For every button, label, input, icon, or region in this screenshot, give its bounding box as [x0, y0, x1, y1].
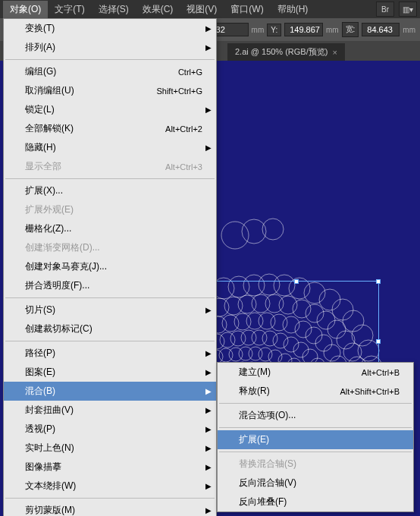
svg-point-2: [262, 219, 284, 240]
menu-item-label: 创建渐变网格(D)...: [25, 241, 100, 254]
svg-point-0: [221, 222, 249, 249]
object-menu-item-29[interactable]: 剪切蒙版(M)▶: [4, 501, 216, 516]
chevron-right-icon: ▶: [205, 506, 212, 514]
object-menu-item-0[interactable]: 变换(T)▶: [4, 19, 216, 38]
handle-mr[interactable]: [376, 339, 381, 344]
w-label: 宽:: [342, 22, 359, 37]
w-unit: mm: [403, 26, 415, 34]
object-menu-item-22[interactable]: 混合(B)▶: [4, 382, 216, 401]
handle-tc[interactable]: [294, 279, 299, 284]
menu-item-label: 隐藏(H): [25, 141, 56, 154]
menu-separator: [219, 452, 412, 452]
object-menu-item-4[interactable]: 取消编组(U)Shift+Ctrl+G: [4, 81, 216, 100]
blend-submenu-item-7: 替换混合轴(S): [218, 455, 413, 474]
menu-item-label: 文本绕排(W): [25, 480, 76, 492]
menu-help[interactable]: 帮助(H): [271, 1, 315, 18]
object-menu-item-17[interactable]: 切片(S)▶: [4, 300, 216, 319]
object-menu-item-21[interactable]: 图案(E)▶: [4, 363, 216, 382]
menu-item-label: 变换(T): [25, 22, 55, 35]
layout-button[interactable]: ▥▾: [399, 2, 417, 17]
menu-window[interactable]: 窗口(W): [224, 1, 270, 18]
menu-item-label: 剪切蒙版(M): [25, 504, 75, 516]
object-menu-item-6[interactable]: 全部解锁(K)Alt+Ctrl+2: [4, 119, 216, 138]
object-menu-item-24[interactable]: 透视(P)▶: [4, 420, 216, 439]
menu-item-label: 图案(E): [25, 366, 55, 379]
menu-select[interactable]: 选择(S): [92, 1, 136, 18]
tab-label: 2.ai @ 150% (RGB/预览): [235, 46, 328, 58]
menu-shortcut: Alt+Ctrl+3: [165, 162, 202, 171]
object-menu-item-14[interactable]: 创建对象马赛克(J)...: [4, 257, 216, 276]
menu-item-label: 全部解锁(K): [25, 122, 74, 135]
menu-item-label: 替换混合轴(S): [239, 458, 296, 470]
object-menu-item-1[interactable]: 排列(A)▶: [4, 38, 216, 57]
menu-separator: [219, 403, 412, 404]
menu-text[interactable]: 文字(T): [48, 1, 91, 18]
blend-submenu-item-1[interactable]: 释放(R)Alt+Shift+Ctrl+B: [218, 382, 413, 401]
menu-item-label: 路径(P): [25, 347, 55, 360]
tab-active[interactable]: 2.ai @ 150% (RGB/预览) ×: [227, 43, 345, 61]
object-menu-item-15[interactable]: 拼合透明度(F)...: [4, 276, 216, 295]
menu-item-label: 实时上色(N): [25, 442, 74, 455]
menu-item-label: 图像描摹: [25, 461, 61, 474]
blend-submenu-item-5[interactable]: 扩展(E): [218, 430, 413, 449]
menu-shortcut: Alt+Shift+Ctrl+B: [340, 387, 400, 396]
blend-submenu-item-0[interactable]: 建立(M)Alt+Ctrl+B: [218, 363, 413, 382]
chevron-right-icon: ▶: [205, 105, 212, 114]
handle-tr[interactable]: [376, 279, 381, 284]
object-menu-item-18[interactable]: 创建裁切标记(C): [4, 319, 216, 338]
menu-effect[interactable]: 效果(C): [136, 1, 180, 18]
close-icon[interactable]: ×: [332, 48, 337, 57]
chevron-right-icon: ▶: [205, 444, 212, 452]
menu-item-label: 切片(S): [25, 304, 55, 316]
menu-separator: [5, 341, 215, 341]
menu-object[interactable]: 对象(O): [3, 1, 48, 18]
menu-item-label: 混合选项(O)...: [239, 409, 296, 422]
chevron-right-icon: ▶: [205, 368, 212, 376]
menu-shortcut: Shift+Ctrl+G: [156, 87, 202, 96]
chevron-right-icon: ▶: [205, 463, 212, 471]
menu-item-label: 取消编组(U): [25, 84, 74, 97]
bridge-button[interactable]: Br: [376, 2, 394, 17]
object-menu-item-25[interactable]: 实时上色(N)▶: [4, 439, 216, 458]
menu-item-label: 创建裁切标记(C): [25, 322, 92, 335]
menu-item-label: 建立(M): [239, 366, 271, 379]
menu-view[interactable]: 视图(V): [180, 1, 224, 18]
object-menu-item-23[interactable]: 封套扭曲(V)▶: [4, 401, 216, 420]
blend-submenu-item-8[interactable]: 反向混合轴(V): [218, 474, 413, 492]
menu-item-label: 扩展(E): [239, 433, 269, 446]
object-menu-item-27[interactable]: 文本绕排(W)▶: [4, 477, 216, 496]
menu-shortcut: Alt+Ctrl+2: [165, 124, 202, 134]
x-unit: mm: [252, 26, 265, 34]
object-menu-item-20[interactable]: 路径(P)▶: [4, 344, 216, 363]
w-value[interactable]: 84.643: [362, 23, 400, 36]
menu-item-label: 编组(G): [25, 65, 56, 78]
blend-submenu-item-9[interactable]: 反向堆叠(F): [218, 492, 413, 511]
object-menu-item-10[interactable]: 扩展(X)...: [4, 181, 216, 200]
menu-item-label: 混合(B): [25, 385, 55, 398]
object-menu-item-3[interactable]: 编组(G)Ctrl+G: [4, 62, 216, 81]
object-menu-item-12[interactable]: 栅格化(Z)...: [4, 219, 216, 238]
y-unit: mm: [326, 26, 339, 34]
chevron-right-icon: ▶: [205, 482, 212, 490]
blend-submenu-item-3[interactable]: 混合选项(O)...: [218, 406, 413, 425]
chevron-right-icon: ▶: [205, 306, 212, 314]
object-menu-item-26[interactable]: 图像描摹▶: [4, 458, 216, 477]
object-menu-item-5[interactable]: 锁定(L)▶: [4, 100, 216, 119]
menu-item-label: 锁定(L): [25, 103, 55, 116]
menubar: 对象(O) 文字(T) 选择(S) 效果(C) 视图(V) 窗口(W) 帮助(H…: [0, 0, 420, 18]
blend-submenu: 建立(M)Alt+Ctrl+B释放(R)Alt+Shift+Ctrl+B混合选项…: [217, 362, 414, 512]
menu-item-label: 反向混合轴(V): [239, 477, 296, 489]
object-menu-item-8: 显示全部Alt+Ctrl+3: [4, 157, 216, 176]
menu-separator: [5, 498, 215, 499]
menu-item-label: 扩展(X)...: [25, 184, 63, 197]
menu-separator: [5, 178, 215, 179]
menu-shortcut: Alt+Ctrl+B: [362, 368, 400, 377]
y-value[interactable]: 149.867: [284, 23, 323, 36]
menu-separator: [5, 59, 215, 60]
chevron-right-icon: ▶: [205, 24, 212, 33]
object-menu-item-7[interactable]: 隐藏(H)▶: [4, 138, 216, 157]
object-menu-item-13: 创建渐变网格(D)...: [4, 238, 216, 257]
menu-item-label: 显示全部: [25, 160, 61, 173]
menu-item-label: 释放(R): [239, 385, 270, 398]
chevron-right-icon: ▶: [205, 349, 212, 357]
